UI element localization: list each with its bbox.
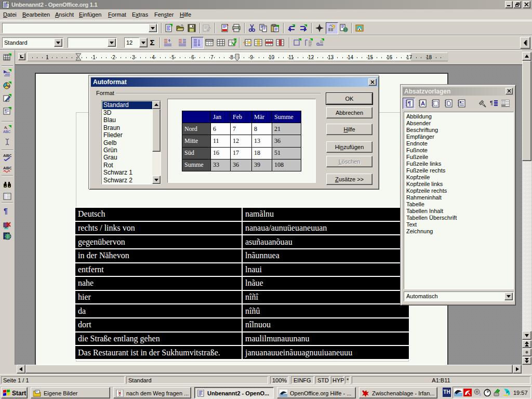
svg-text:ABC: ABC <box>3 153 11 158</box>
svg-text:¶: ¶ <box>408 100 411 107</box>
svg-text:ABC: ABC <box>3 130 10 134</box>
svg-text:¶: ¶ <box>490 100 493 106</box>
svg-text:ABC: ABC <box>3 166 11 170</box>
svg-text:A: A <box>421 100 425 107</box>
